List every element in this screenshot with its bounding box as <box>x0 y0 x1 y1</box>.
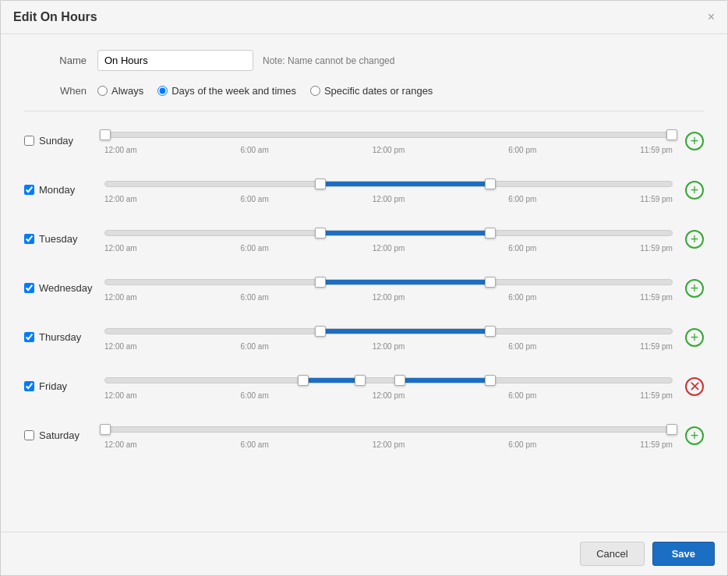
thursday-label-3: 6:00 pm <box>508 342 536 351</box>
day-row-saturday: Saturday 12:00 am 6:00 am 12:00 pm 6:00 … <box>24 422 704 449</box>
sunday-add-icon: + <box>685 132 704 150</box>
radio-always-input[interactable] <box>97 86 108 96</box>
thursday-checkbox[interactable] <box>24 332 34 342</box>
friday-checkbox-label[interactable]: Friday <box>24 380 98 392</box>
tuesday-slider-track <box>104 230 673 236</box>
wednesday-handle-left[interactable] <box>315 277 326 288</box>
monday-slider-labels: 12:00 am 6:00 am 12:00 pm 6:00 pm 11:59 … <box>104 195 673 203</box>
tuesday-slider-track-wrapper[interactable] <box>104 225 673 241</box>
friday-slider-track-wrapper[interactable] <box>104 373 673 388</box>
tuesday-handle-right[interactable] <box>485 228 496 239</box>
monday-add-button[interactable]: + <box>685 181 704 200</box>
wednesday-slider-labels: 12:00 am 6:00 am 12:00 pm 6:00 pm 11:59 … <box>104 293 673 302</box>
wednesday-add-button[interactable]: + <box>685 279 704 298</box>
saturday-label-4: 11:59 pm <box>640 440 673 449</box>
monday-fill <box>320 182 490 186</box>
tuesday-checkbox-label[interactable]: Tuesday <box>24 233 98 245</box>
thursday-add-button[interactable]: + <box>685 328 704 347</box>
wednesday-slider-track-wrapper[interactable] <box>104 274 673 290</box>
friday-slider-container: 12:00 am 6:00 am 12:00 pm 6:00 pm 11:59 … <box>104 373 673 400</box>
monday-handle-left[interactable] <box>315 178 326 189</box>
radio-days-times[interactable]: Days of the week and times <box>157 85 296 97</box>
radio-specific-dates[interactable]: Specific dates or ranges <box>310 85 433 97</box>
friday-checkbox[interactable] <box>24 381 34 391</box>
day-row-friday: Friday 12:00 am <box>24 373 704 400</box>
day-row-sunday: Sunday 12:00 am 6:00 am 12:00 pm 6:00 pm <box>24 127 704 154</box>
monday-add-icon: + <box>685 181 704 200</box>
sunday-label-2: 12:00 pm <box>373 146 405 154</box>
sunday-label-1: 6:00 am <box>241 146 269 154</box>
monday-label-0: 12:00 am <box>104 195 137 203</box>
friday-slider-labels: 12:00 am 6:00 am 12:00 pm 6:00 pm 11:59 … <box>104 391 673 400</box>
when-radio-group: Always Days of the week and times Specif… <box>97 85 433 97</box>
wednesday-handle-right[interactable] <box>485 277 496 288</box>
tuesday-add-button[interactable]: + <box>685 230 704 249</box>
name-note: Note: Name cannot be changed <box>263 55 394 66</box>
radio-specific-dates-input[interactable] <box>310 86 320 96</box>
friday-label-3: 6:00 pm <box>508 391 536 400</box>
monday-label-4: 11:59 pm <box>640 195 673 203</box>
day-row-wednesday: Wednesday 12:00 am 6:00 am 12:00 pm <box>24 274 704 302</box>
tuesday-checkbox[interactable] <box>24 234 34 244</box>
sunday-slider-track-wrapper[interactable] <box>104 127 673 143</box>
name-input[interactable] <box>97 50 253 71</box>
sunday-checkbox-label[interactable]: Sunday <box>24 135 98 147</box>
sunday-label-0: 12:00 am <box>104 146 137 154</box>
radio-specific-dates-label: Specific dates or ranges <box>324 85 433 97</box>
saturday-label: Saturday <box>39 429 80 441</box>
friday-remove-button[interactable]: ✕ <box>685 377 704 396</box>
close-button[interactable]: × <box>708 11 715 23</box>
thursday-slider-track-wrapper[interactable] <box>104 323 673 339</box>
save-button[interactable]: Save <box>652 542 715 566</box>
sunday-handle-left[interactable] <box>100 129 111 140</box>
wednesday-checkbox-label[interactable]: Wednesday <box>24 282 98 294</box>
monday-checkbox[interactable] <box>24 185 34 195</box>
friday-handle-1[interactable] <box>298 375 309 386</box>
saturday-checkbox[interactable] <box>24 430 34 440</box>
saturday-label-3: 6:00 pm <box>508 440 536 449</box>
radio-days-times-input[interactable] <box>157 86 168 96</box>
friday-fill-1 <box>303 378 360 383</box>
saturday-add-button[interactable]: + <box>685 426 704 445</box>
thursday-handle-left[interactable] <box>315 326 326 337</box>
dialog-body: Name Note: Name cannot be changed When A… <box>1 34 727 532</box>
sunday-checkbox[interactable] <box>24 136 34 146</box>
thursday-label-1: 6:00 am <box>241 342 269 351</box>
cancel-button[interactable]: Cancel <box>580 542 644 566</box>
monday-label: Monday <box>39 184 75 196</box>
monday-slider-track <box>104 181 673 187</box>
monday-slider-track-wrapper[interactable] <box>104 176 673 192</box>
saturday-slider-track <box>104 426 673 433</box>
friday-handle-2[interactable] <box>355 375 366 386</box>
tuesday-label: Tuesday <box>39 233 77 245</box>
sunday-add-button[interactable]: + <box>685 132 704 150</box>
name-row: Name Note: Name cannot be changed <box>24 50 704 71</box>
sunday-handle-right[interactable] <box>666 129 677 140</box>
wednesday-add-icon: + <box>685 279 704 298</box>
name-label: Name <box>24 55 87 66</box>
saturday-handle-right[interactable] <box>666 424 677 435</box>
when-row: When Always Days of the week and times S… <box>24 85 704 97</box>
dialog-footer: Cancel Save <box>1 532 727 575</box>
tuesday-handle-left[interactable] <box>315 228 326 239</box>
radio-always[interactable]: Always <box>97 85 143 97</box>
saturday-label-2: 12:00 pm <box>373 440 405 449</box>
wednesday-slider-container: 12:00 am 6:00 am 12:00 pm 6:00 pm 11:59 … <box>104 274 673 302</box>
monday-handle-right[interactable] <box>485 178 496 189</box>
thursday-checkbox-label[interactable]: Thursday <box>24 331 98 343</box>
thursday-slider-container: 12:00 am 6:00 am 12:00 pm 6:00 pm 11:59 … <box>104 323 673 351</box>
friday-handle-3[interactable] <box>394 375 405 386</box>
saturday-handle-left[interactable] <box>100 424 111 435</box>
monday-checkbox-label[interactable]: Monday <box>24 184 98 196</box>
friday-label-0: 12:00 am <box>104 391 137 400</box>
friday-slider-track <box>104 377 673 383</box>
friday-handle-4[interactable] <box>485 375 496 386</box>
saturday-slider-track-wrapper[interactable] <box>104 422 673 437</box>
thursday-fill <box>320 329 490 334</box>
wednesday-checkbox[interactable] <box>24 283 34 293</box>
tuesday-label-2: 12:00 pm <box>373 244 405 253</box>
saturday-checkbox-label[interactable]: Saturday <box>24 429 98 441</box>
monday-slider-container: 12:00 am 6:00 am 12:00 pm 6:00 pm 11:59 … <box>104 176 673 203</box>
thursday-handle-right[interactable] <box>485 326 496 337</box>
saturday-add-icon: + <box>685 426 704 445</box>
